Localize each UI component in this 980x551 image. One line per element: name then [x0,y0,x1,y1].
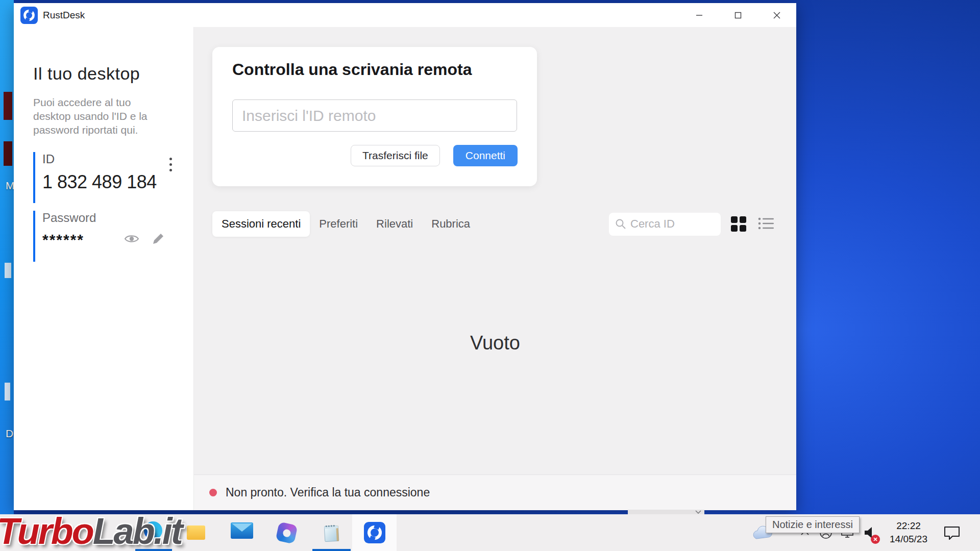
chevron-down-icon [695,510,701,514]
card-title: Controlla una scrivania remota [232,60,472,79]
id-block: ID 1 832 489 184 [33,152,157,203]
password-masked-value: ****** [42,235,84,245]
minimize-icon [696,12,703,19]
search-icon [615,218,626,230]
sidebar-description: Puoi accedere al tuo desktop usando l'ID… [33,96,167,137]
action-center-button[interactable] [939,514,965,551]
sidebar: Il tuo desktop Puoi accedere al tuo desk… [14,27,194,510]
desktop-icon-fragment [5,263,11,278]
search-id-input[interactable] [630,217,707,231]
password-label: Password [42,211,165,225]
rustdesk-window: RustDesk Il tuo desktop Puoi accedere al… [14,3,796,510]
maximize-button[interactable] [719,3,757,27]
close-button[interactable] [757,3,796,27]
remote-control-card: Controlla una scrivania remota Trasferis… [212,47,537,186]
maximize-icon [734,12,742,19]
sessions-toolbar: Sessioni recenti Preferiti Rilevati Rubr… [212,211,776,237]
taskbar-folder-icon[interactable] [187,525,205,540]
desktop-icon-label-m: M [6,180,15,192]
tray-volume-button[interactable]: ✕ [859,514,882,551]
connect-button[interactable]: Connetti [453,145,518,166]
taskbar-rustdesk-button[interactable] [352,514,397,551]
status-bar: Non pronto. Verifica la tua connessione [194,474,796,510]
tab-sessioni-recenti[interactable]: Sessioni recenti [212,211,310,237]
card-buttons: Trasferisci file Connetti [351,145,518,166]
running-indicator [135,549,172,551]
rustdesk-logo-icon [20,7,38,24]
view-list-button[interactable] [756,215,776,233]
view-grid-button[interactable] [730,215,747,233]
window-controls [680,3,796,27]
dots-icon [169,158,172,160]
window-title: RustDesk [43,10,85,21]
close-icon [773,12,780,19]
status-dot-icon [209,489,217,496]
taskbar: TurboLab.it [0,514,980,551]
list-icon [757,216,775,231]
id-label: ID [42,152,157,166]
mute-badge-icon: ✕ [871,535,880,544]
pencil-icon [152,232,165,245]
window-body: Il tuo desktop Puoi accedere al tuo desk… [14,27,796,510]
desktop: M D RustDesk Il tuo deskto [0,0,980,551]
transfer-file-button[interactable]: Trasferisci file [351,145,440,166]
password-block: Password ****** [33,211,165,262]
password-row: ****** [42,232,165,247]
id-menu-button[interactable] [162,153,179,176]
desktop-icon-fragment [5,383,10,400]
turbolab-watermark: TurboLab.it [0,510,182,551]
empty-state: Vuoto [194,332,796,354]
main-area: Controlla una scrivania remota Trasferis… [194,27,796,510]
taskbar-notepad-button[interactable] [310,514,352,551]
desktop-icon-label-d: D [6,428,13,440]
remote-id-input[interactable] [232,99,517,132]
taskbar-copilot-button[interactable] [275,514,298,551]
eye-icon [124,234,139,244]
tab-rilevati[interactable]: Rilevati [367,211,422,237]
rustdesk-icon [364,522,385,543]
minimize-button[interactable] [680,3,719,27]
sidebar-heading: Il tuo desktop [33,64,140,84]
tooltip-text: Notizie e interessi [772,519,853,531]
edit-password-button[interactable] [152,232,165,247]
tab-rubrica[interactable]: Rubrica [422,211,479,237]
desktop-icon-fragment [4,92,12,120]
titlebar[interactable]: RustDesk [14,3,796,27]
taskbar-mail-icon[interactable] [231,522,253,539]
status-text: Non pronto. Verifica la tua connessione [226,486,430,499]
copilot-icon [275,521,298,544]
action-center-bubble-icon [943,524,961,541]
clock-time: 22:22 [896,519,921,533]
news-tooltip: Notizie e interessi [766,516,860,533]
clock-date: 14/05/23 [890,533,927,546]
tray-clock[interactable]: 22:22 14/05/23 [886,514,932,551]
notepad-icon [320,521,343,544]
grid-icon [731,216,746,232]
search-box [609,213,721,236]
tab-preferiti[interactable]: Preferiti [310,211,367,237]
id-value[interactable]: 1 832 489 184 [42,171,157,193]
show-password-button[interactable] [124,234,139,245]
desktop-left-strip: M D [0,0,14,514]
desktop-icon-fragment [4,141,12,166]
scrollbar-strip[interactable] [628,510,704,514]
